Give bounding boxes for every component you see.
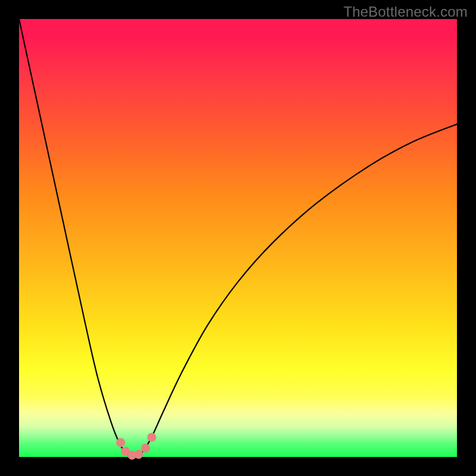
plot-area: [19, 19, 457, 457]
curve-markers: [116, 433, 156, 459]
curve-marker-dot: [134, 450, 143, 459]
chart-svg: [19, 19, 457, 457]
watermark-text: TheBottleneck.com: [343, 4, 468, 20]
curve-marker-dot: [148, 433, 156, 441]
curve-marker-dot: [116, 438, 125, 447]
curve-marker-dot: [141, 444, 150, 453]
frame: TheBottleneck.com: [0, 0, 476, 476]
v-curve-line: [19, 19, 457, 457]
